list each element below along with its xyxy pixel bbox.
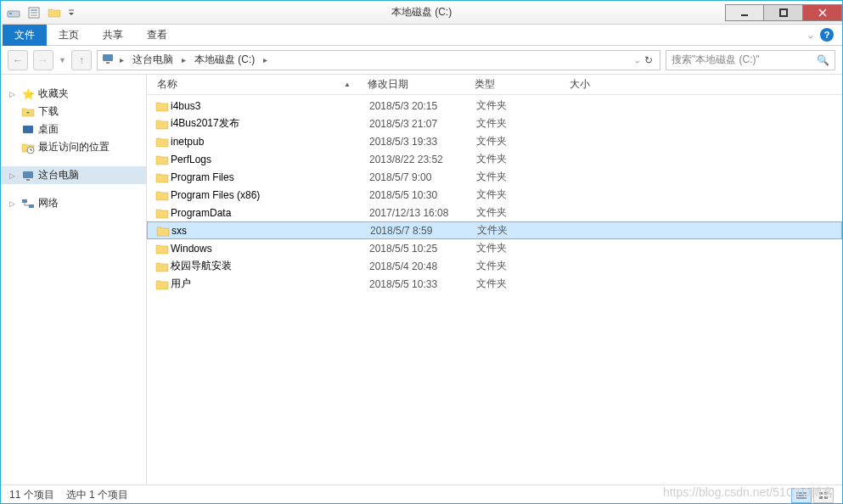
recent-locations-dropdown[interactable]: ▼ bbox=[59, 56, 66, 64]
column-name[interactable]: 名称▲ bbox=[154, 77, 368, 92]
close-button[interactable] bbox=[803, 4, 842, 21]
folder-icon bbox=[155, 278, 171, 290]
pc-icon bbox=[101, 52, 115, 68]
folder-icon bbox=[155, 243, 171, 255]
expand-icon[interactable]: ▷ bbox=[9, 171, 18, 180]
tab-file[interactable]: 文件 bbox=[3, 25, 47, 46]
sidebar-item-label: 桌面 bbox=[38, 122, 59, 137]
statusbar: 11 个项目 选中 1 个项目 bbox=[1, 484, 842, 504]
file-name: Program Files bbox=[171, 171, 369, 183]
file-name: i4Bus2017发布 bbox=[171, 116, 369, 131]
new-folder-icon[interactable] bbox=[45, 3, 64, 22]
column-type[interactable]: 类型 bbox=[475, 77, 570, 92]
table-row[interactable]: i4bus32018/5/3 20:15文件夹 bbox=[147, 97, 842, 115]
search-placeholder: 搜索"本地磁盘 (C:)" bbox=[672, 53, 760, 67]
svg-rect-22 bbox=[819, 492, 823, 495]
file-type: 文件夹 bbox=[476, 241, 571, 255]
folder-icon bbox=[155, 171, 171, 183]
forward-button[interactable]: → bbox=[33, 50, 53, 70]
file-rows: i4bus32018/5/3 20:15文件夹i4Bus2017发布2018/5… bbox=[147, 95, 842, 484]
file-date: 2018/5/7 9:00 bbox=[369, 171, 476, 183]
sidebar-desktop[interactable]: 桌面 bbox=[1, 120, 146, 138]
tab-share[interactable]: 共享 bbox=[91, 25, 135, 46]
folder-icon bbox=[155, 260, 171, 272]
refresh-icon[interactable]: ↻ bbox=[644, 54, 653, 66]
file-date: 2018/5/3 19:33 bbox=[369, 136, 476, 148]
tab-view[interactable]: 查看 bbox=[135, 25, 179, 46]
file-name: sxs bbox=[171, 225, 370, 237]
chevron-right-icon[interactable]: ▸ bbox=[118, 55, 126, 64]
table-row[interactable]: sxs2018/5/7 8:59文件夹 bbox=[147, 221, 842, 239]
folder-icon bbox=[155, 189, 171, 201]
maximize-button[interactable] bbox=[764, 4, 803, 21]
table-row[interactable]: Program Files2018/5/7 9:00文件夹 bbox=[147, 168, 842, 186]
column-size[interactable]: 大小 bbox=[570, 77, 638, 92]
svg-rect-11 bbox=[103, 54, 113, 61]
help-icon[interactable]: ? bbox=[820, 28, 834, 42]
expand-icon[interactable]: ▷ bbox=[9, 90, 18, 98]
ribbon-expand-icon[interactable]: ⌵ bbox=[808, 31, 813, 40]
chevron-right-icon[interactable]: ▸ bbox=[261, 55, 269, 64]
properties-icon[interactable] bbox=[25, 3, 43, 22]
table-row[interactable]: 用户2018/5/5 10:33文件夹 bbox=[147, 275, 842, 293]
svg-rect-1 bbox=[9, 13, 12, 14]
folder-icon bbox=[155, 207, 171, 219]
column-date[interactable]: 修改日期 bbox=[368, 77, 475, 92]
table-row[interactable]: PerfLogs2013/8/22 23:52文件夹 bbox=[147, 150, 842, 168]
svg-rect-17 bbox=[22, 199, 27, 203]
address-row: ← → ▼ ↑ ▸ 这台电脑 ▸ 本地磁盘 (C:) ▸ ⌵ ↻ 搜索"本地磁盘… bbox=[1, 46, 842, 75]
chevron-right-icon[interactable]: ▸ bbox=[180, 55, 188, 64]
file-date: 2013/8/22 23:52 bbox=[369, 154, 476, 165]
table-row[interactable]: inetpub2018/5/3 19:33文件夹 bbox=[147, 132, 842, 150]
file-type: 文件夹 bbox=[476, 152, 571, 166]
up-button[interactable]: ↑ bbox=[71, 50, 92, 70]
sidebar-favorites[interactable]: ▷ ⭐ 收藏夹 bbox=[1, 85, 146, 103]
table-row[interactable]: Program Files (x86)2018/5/5 10:30文件夹 bbox=[147, 186, 842, 204]
sidebar-this-pc[interactable]: ▷ 这台电脑 bbox=[1, 166, 146, 184]
minimize-button[interactable] bbox=[725, 4, 764, 21]
svg-rect-8 bbox=[780, 9, 787, 16]
table-row[interactable]: i4Bus2017发布2018/5/3 21:07文件夹 bbox=[147, 115, 842, 132]
file-date: 2017/12/13 16:08 bbox=[369, 207, 476, 219]
sidebar-downloads[interactable]: 下载 bbox=[1, 103, 146, 120]
folder-icon bbox=[155, 118, 171, 130]
folder-icon bbox=[155, 100, 171, 112]
file-name: ProgramData bbox=[171, 207, 369, 219]
table-row[interactable]: ProgramData2017/12/13 16:08文件夹 bbox=[147, 204, 842, 221]
folder-icon bbox=[156, 225, 171, 237]
table-row[interactable]: Windows2018/5/5 10:25文件夹 bbox=[147, 239, 842, 257]
back-button[interactable]: ← bbox=[8, 50, 28, 70]
file-type: 文件夹 bbox=[476, 116, 571, 131]
search-icon[interactable]: 🔍 bbox=[817, 54, 829, 66]
file-date: 2018/5/3 20:15 bbox=[369, 100, 476, 112]
breadcrumb-this-pc[interactable]: 这台电脑 bbox=[129, 51, 177, 69]
window-title: 本地磁盘 (C:) bbox=[391, 5, 452, 20]
file-list: 名称▲ 修改日期 类型 大小 i4bus32018/5/3 20:15文件夹i4… bbox=[147, 75, 842, 484]
dropdown-icon[interactable]: ⌵ bbox=[635, 56, 639, 64]
folder-icon bbox=[155, 154, 171, 165]
titlebar: 本地磁盘 (C:) bbox=[1, 1, 842, 25]
svg-rect-16 bbox=[26, 179, 30, 181]
column-headers: 名称▲ 修改日期 类型 大小 bbox=[147, 75, 842, 95]
table-row[interactable]: 校园导航安装2018/5/4 20:48文件夹 bbox=[147, 257, 842, 275]
qat-dropdown-icon[interactable] bbox=[65, 3, 77, 22]
sidebar-item-label: 下载 bbox=[38, 104, 59, 119]
details-view-button[interactable] bbox=[791, 488, 812, 503]
file-date: 2018/5/5 10:25 bbox=[369, 243, 476, 255]
status-selection: 选中 1 个项目 bbox=[66, 488, 128, 502]
icons-view-button[interactable] bbox=[813, 488, 834, 503]
address-bar[interactable]: ▸ 这台电脑 ▸ 本地磁盘 (C:) ▸ ⌵ ↻ bbox=[97, 50, 660, 70]
breadcrumb-drive-c[interactable]: 本地磁盘 (C:) bbox=[191, 51, 258, 69]
search-input[interactable]: 搜索"本地磁盘 (C:)" 🔍 bbox=[666, 50, 835, 70]
file-type: 文件夹 bbox=[476, 205, 571, 220]
file-type: 文件夹 bbox=[477, 223, 572, 238]
file-type: 文件夹 bbox=[476, 188, 571, 202]
svg-rect-13 bbox=[23, 126, 33, 133]
drive-icon[interactable] bbox=[4, 3, 23, 22]
expand-icon[interactable]: ▷ bbox=[9, 199, 18, 208]
tab-home[interactable]: 主页 bbox=[47, 25, 91, 46]
navigation-pane: ▷ ⭐ 收藏夹 下载 桌面 最近访问的位置 ▷ 这台电脑 bbox=[1, 75, 147, 484]
sidebar-recent[interactable]: 最近访问的位置 bbox=[1, 138, 146, 156]
file-name: PerfLogs bbox=[171, 154, 369, 165]
sidebar-network[interactable]: ▷ 网络 bbox=[1, 194, 146, 212]
